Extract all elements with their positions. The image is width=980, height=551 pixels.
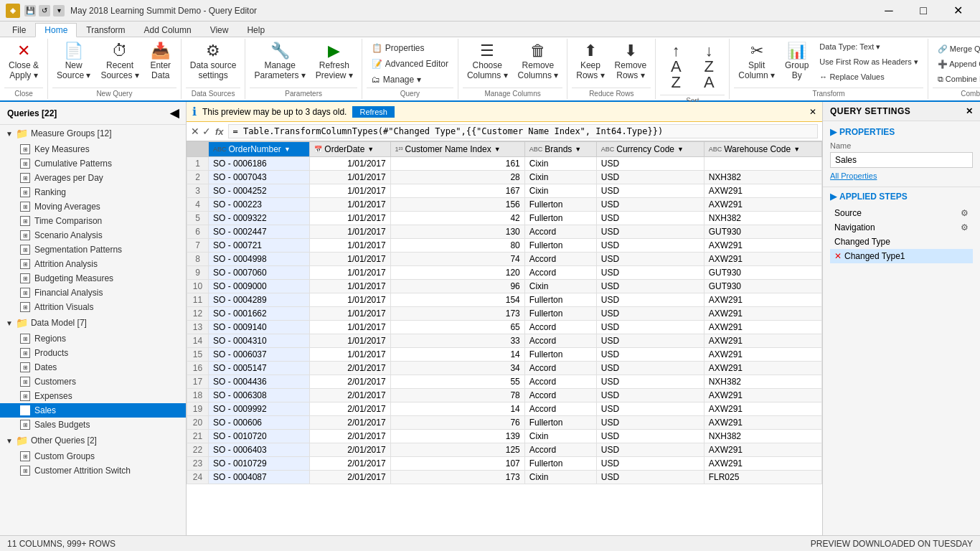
sidebar-item-time-comparison[interactable]: ⊞ Time Comparison [0, 214, 186, 228]
name-input[interactable] [830, 152, 973, 168]
close-button[interactable]: ✕ [941, 0, 974, 22]
sidebar-item-products[interactable]: ⊞ Products [0, 346, 186, 360]
sidebar-item-segmentation-patterns[interactable]: ⊞ Segmentation Patterns [0, 242, 186, 257]
cell-currency-code: USD [596, 375, 704, 389]
step-gear-icon[interactable]: ⚙ [961, 222, 969, 232]
tab-home[interactable]: Home [35, 23, 77, 37]
formula-confirm-icon[interactable]: ✓ [202, 126, 211, 137]
filter-icon[interactable]: ▼ [677, 146, 684, 153]
sidebar-item-customer-attrition-switch[interactable]: ⊞ Customer Attrition Switch [0, 463, 186, 478]
col-header-customer-name-index[interactable]: 1²³ Customer Name Index ▼ [390, 142, 524, 157]
applied-steps-title[interactable]: ▶ APPLIED STEPS [830, 192, 973, 202]
data-source-settings-button[interactable]: ⚙ Data sourcesettings [186, 40, 241, 83]
manage-button[interactable]: 🗂 Manage ▾ [367, 72, 426, 87]
col-header-brands[interactable]: ABC Brands ▼ [524, 142, 596, 157]
col-header-order-number[interactable]: ABC OrderNumber ▼ [209, 142, 310, 157]
table-row: 21SO - 00107202/01/2017139CixinUSDNXH382 [187, 430, 822, 443]
sidebar-item-sales-budgets[interactable]: ⊞ Sales Budgets [0, 418, 186, 432]
close-panel-button[interactable]: ✕ [966, 106, 974, 116]
tab-view[interactable]: View [201, 23, 238, 37]
sidebar-item-averages-per-day[interactable]: ⊞ Averages per Day [0, 171, 186, 185]
replace-values-button[interactable]: ↔ Replace Values [814, 70, 923, 83]
split-column-button[interactable]: ✂ SplitColumn ▾ [734, 40, 779, 83]
sidebar-item-ranking[interactable]: ⊞ Ranking [0, 185, 186, 199]
sidebar-item-regions[interactable]: ⊞ Regions [0, 331, 186, 346]
remove-rows-button[interactable]: ⬇ RemoveRows ▾ [611, 40, 651, 83]
quick-access-toolbar[interactable]: 💾 ↺ ▾ [24, 5, 65, 17]
col-header-order-date[interactable]: 📅 OrderDate ▼ [310, 142, 390, 157]
tab-help[interactable]: Help [237, 23, 274, 37]
filter-icon[interactable]: ▼ [575, 146, 581, 153]
sidebar-item-key-measures[interactable]: ⊞ Key Measures [0, 142, 186, 156]
sidebar-group-header-data-model[interactable]: ▼ 📁 Data Model [7] [0, 314, 186, 331]
sidebar-item-attrition-analysis[interactable]: ⊞ Attrition Analysis [0, 257, 186, 271]
group-by-button[interactable]: 📊 GroupBy [781, 40, 813, 83]
merge-queries-button[interactable]: 🔗 Merge Queries ▾ [933, 42, 980, 56]
tab-transform[interactable]: Transform [77, 23, 134, 37]
recent-sources-button[interactable]: ⏱ RecentSources ▾ [96, 40, 143, 83]
step-changed-type1[interactable]: ✕ Changed Type1 [830, 249, 973, 263]
manage-parameters-button[interactable]: 🔧 ManageParameters ▾ [250, 40, 309, 83]
table-icon: ⊞ [20, 405, 30, 415]
use-first-row-button[interactable]: Use First Row as Headers ▾ [814, 55, 923, 69]
step-changed-type[interactable]: Changed Type [830, 235, 973, 249]
sidebar-item-custom-groups[interactable]: ⊞ Custom Groups [0, 449, 186, 463]
refresh-button[interactable]: Refresh [352, 106, 395, 118]
sidebar-group-header-other-queries[interactable]: ▼ 📁 Other Queries [2] [0, 432, 186, 449]
sidebar-group-header-measure-groups[interactable]: ▼ 📁 Measure Groups [12] [0, 125, 186, 142]
sidebar-item-expenses[interactable]: ⊞ Expenses [0, 389, 186, 403]
sidebar-item-budgeting-measures[interactable]: ⊞ Budgeting Measures [0, 271, 186, 286]
save-button[interactable]: 💾 [24, 5, 36, 17]
info-close-button[interactable]: ✕ [809, 107, 816, 117]
step-gear-icon[interactable]: ⚙ [961, 208, 969, 218]
properties-button[interactable]: 📋 Properties [367, 41, 430, 55]
sidebar-item-dates[interactable]: ⊞ Dates [0, 360, 186, 375]
formula-cancel-icon[interactable]: ✕ [191, 126, 199, 137]
new-source-button[interactable]: 📄 NewSource ▾ [52, 40, 95, 83]
properties-title[interactable]: ▶ PROPERTIES [830, 127, 973, 137]
step-navigation[interactable]: Navigation ⚙ [830, 220, 973, 235]
enter-data-button[interactable]: 📥 EnterData [145, 40, 176, 83]
sidebar-collapse-button[interactable]: ◀ [170, 106, 179, 120]
cell-currency-code: USD [596, 321, 704, 334]
data-table-container[interactable]: ABC OrderNumber ▼ 📅 OrderDate ▼ [187, 141, 822, 535]
col-header-warehouse-code[interactable]: ABC Warehouse Code ▼ [704, 142, 821, 157]
filter-icon[interactable]: ▼ [494, 146, 501, 153]
formula-input[interactable] [228, 124, 818, 138]
sort-desc-button[interactable]: ↓ZA [693, 40, 725, 95]
sidebar-item-scenario-analysis[interactable]: ⊞ Scenario Analysis [0, 228, 186, 242]
sidebar-item-attrition-visuals[interactable]: ⊞ Attrition Visuals [0, 300, 186, 314]
tab-add-column[interactable]: Add Column [135, 23, 201, 37]
sort-asc-button[interactable]: ↑AZ [660, 40, 692, 95]
col-header-currency-code[interactable]: ABC Currency Code ▼ [596, 142, 704, 157]
remove-columns-button[interactable]: 🗑 RemoveColumns ▾ [514, 40, 563, 83]
maximize-button[interactable]: □ [907, 0, 940, 22]
filter-icon[interactable]: ▼ [284, 146, 291, 153]
window-controls[interactable]: ─ □ ✕ [872, 0, 974, 22]
filter-icon[interactable]: ▼ [793, 146, 800, 153]
filter-icon[interactable]: ▼ [367, 146, 374, 153]
choose-columns-button[interactable]: ☰ ChooseColumns ▾ [463, 40, 512, 83]
cell-warehouse-code: AXW291 [704, 334, 821, 348]
advanced-editor-button[interactable]: 📝 Advanced Editor [367, 57, 453, 71]
keep-rows-button[interactable]: ⬆ KeepRows ▾ [572, 40, 608, 83]
sidebar-item-moving-averages[interactable]: ⊞ Moving Averages [0, 199, 186, 214]
sidebar-item-customers[interactable]: ⊞ Customers [0, 375, 186, 389]
sidebar-item-sales[interactable]: ⊞ Sales [0, 403, 186, 418]
refresh-preview-button[interactable]: ▶ RefreshPreview ▾ [311, 40, 357, 83]
undo-button[interactable]: ↺ [39, 5, 50, 17]
dropdown-button[interactable]: ▾ [53, 5, 65, 17]
all-properties-link[interactable]: All Properties [830, 171, 877, 180]
close-apply-button[interactable]: ✕ Close &Apply ▾ [4, 40, 43, 83]
data-type-button[interactable]: Data Type: Text ▾ [814, 40, 923, 54]
cell-warehouse-code: AXW291 [704, 348, 821, 362]
tab-file[interactable]: File [3, 23, 35, 37]
append-queries-button[interactable]: ➕ Append Queries ▾ [933, 57, 980, 71]
sidebar-item-financial-analysis[interactable]: ⊞ Financial Analysis [0, 286, 186, 300]
minimize-button[interactable]: ─ [872, 0, 905, 22]
sidebar-item-cumulative-patterns[interactable]: ⊞ Cumulative Patterns [0, 156, 186, 171]
combine-files-button[interactable]: ⧉ Combine Files [933, 72, 980, 86]
enter-data-icon: 📥 [151, 43, 170, 59]
chevron-icon: ▶ [830, 192, 837, 202]
step-source[interactable]: Source ⚙ [830, 206, 973, 220]
